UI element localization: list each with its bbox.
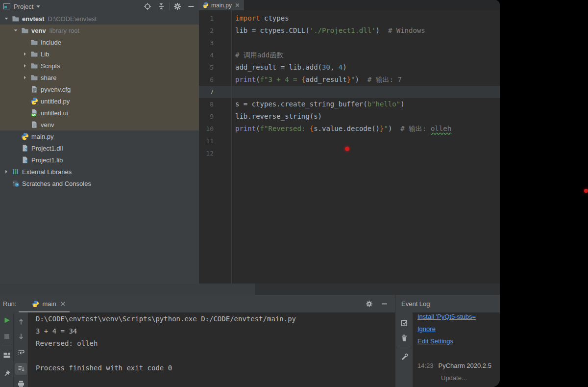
tree-item-suffix: library root: [49, 27, 79, 34]
chevron-right-icon[interactable]: [22, 51, 30, 57]
chevron-down-icon[interactable]: [12, 27, 21, 33]
tree-item-main-py[interactable]: main.py: [0, 130, 199, 142]
tree-item-scripts[interactable]: Scripts: [0, 60, 199, 72]
project-panel: Project envtestD:\CODE\envtestvenvlibrar…: [0, 0, 199, 284]
chevron-down-icon[interactable]: [35, 3, 41, 9]
tree-item-label: pyvenv.cfg: [41, 86, 71, 93]
up-stacktrace-button[interactable]: [17, 318, 25, 326]
scroll-to-end-button[interactable]: [17, 365, 25, 373]
event-log-link-install-pyqt5-stubs[interactable]: Install 'PyQt5-stubs=: [417, 312, 500, 323]
run-tab-label: main: [42, 300, 56, 308]
tree-item-untitled-ui[interactable]: Qtuntitled.ui: [0, 107, 199, 119]
mark-all-read-button[interactable]: [400, 319, 408, 327]
fold-gutter: [214, 61, 235, 74]
tree-item-external-libraries[interactable]: External Libraries: [0, 166, 199, 178]
event-log-link-edit-settings[interactable]: Edit Settings: [417, 335, 500, 347]
code-line-10[interactable]: 10print(f"Reversed: {s.value.decode()}")…: [199, 123, 500, 135]
event-log-entry: 14:23PyCharm 2020.2.5: [417, 360, 500, 372]
unknown-file-icon: ?: [21, 144, 29, 152]
stop-button[interactable]: [3, 333, 11, 340]
rerun-button[interactable]: [3, 316, 11, 324]
tree-item-project1-lib[interactable]: ?Project1.lib: [0, 154, 199, 166]
project-tool-icon: [3, 2, 11, 10]
tree-item-include[interactable]: Include: [0, 36, 199, 48]
code-line-2[interactable]: 2lib = ctypes.CDLL('./Project1.dll') # W…: [199, 25, 500, 37]
fold-gutter: [214, 49, 235, 61]
svg-text:Qt: Qt: [32, 113, 36, 116]
splitter-strip[interactable]: [0, 284, 255, 295]
event-timestamp: 14:23: [417, 362, 434, 369]
down-stacktrace-button[interactable]: [17, 333, 25, 340]
restore-layout-button[interactable]: [3, 351, 11, 359]
unknown-file-icon: ?: [21, 156, 29, 164]
project-panel-title[interactable]: Project: [14, 3, 33, 10]
code-line-12[interactable]: 12: [199, 147, 500, 159]
code-line-4[interactable]: 4# 调用add函数: [199, 49, 500, 61]
tree-item-scratches-and-consoles[interactable]: Scratches and Consoles: [0, 178, 199, 189]
fold-gutter: [214, 147, 235, 159]
code-line-8[interactable]: 8s = ctypes.create_string_buffer(b"hello…: [199, 98, 500, 110]
code-line-3[interactable]: 3: [199, 37, 500, 49]
chevron-right-icon[interactable]: [22, 63, 30, 69]
tree-item-share[interactable]: share: [0, 72, 199, 83]
code-line-5[interactable]: 5add_result = lib.add(30, 4): [199, 61, 500, 74]
folder-icon: [30, 62, 38, 70]
event-status[interactable]: Update...: [417, 372, 500, 384]
clear-log-button[interactable]: [400, 334, 408, 342]
scratch-icon: [12, 180, 20, 187]
tree-item-label: untitled.py: [41, 98, 70, 105]
close-run-tab-icon[interactable]: [59, 300, 67, 308]
folder-icon: [30, 38, 38, 46]
run-settings-gear-icon[interactable]: [366, 300, 373, 308]
splitter-strip[interactable]: [255, 284, 500, 295]
code-line-1[interactable]: 1import ctypes: [199, 12, 500, 25]
run-tab-main[interactable]: main: [29, 300, 69, 308]
gear-icon[interactable]: [173, 2, 181, 10]
print-button[interactable]: [17, 380, 25, 387]
tree-item-label: untitled.ui: [41, 109, 68, 117]
tree-item-venv[interactable]: venv: [0, 119, 199, 130]
run-console-output[interactable]: D:\CODE\envtest\venv\Scripts\python.exe …: [28, 312, 395, 387]
text-file-icon: [30, 121, 38, 129]
event-log-link-ignore[interactable]: Ignore: [417, 323, 500, 335]
code-text: s = ctypes.create_string_buffer(b"hello"…: [235, 98, 405, 110]
editor-tab-main-py[interactable]: main.py: [199, 0, 244, 10]
soft-wrap-button[interactable]: [17, 348, 25, 356]
tree-item-untitled-py[interactable]: untitled.py: [0, 95, 199, 107]
line-number: 7: [202, 86, 214, 98]
close-tab-icon[interactable]: [234, 2, 241, 8]
line-number: 11: [202, 135, 214, 147]
collapse-all-icon[interactable]: [157, 2, 165, 10]
pycharm-window: Project envtestD:\CODE\envtestvenvlibrar…: [0, 0, 500, 387]
hide-panel-icon[interactable]: [187, 2, 195, 10]
code-line-6[interactable]: 6print(f"3 + 4 = {add_result}") # 输出: 7: [199, 74, 500, 86]
tree-item-venv[interactable]: venvlibrary root: [0, 25, 199, 36]
fold-gutter: [214, 86, 235, 98]
run-panel: Run: main: [0, 295, 395, 387]
chevron-right-icon[interactable]: [3, 169, 12, 175]
hide-run-panel-icon[interactable]: [381, 300, 388, 308]
tree-item-envtest[interactable]: envtestD:\CODE\envtest: [0, 13, 199, 25]
tree-item-project1-dll[interactable]: ?Project1.dll: [0, 142, 199, 154]
chevron-down-icon[interactable]: [3, 16, 12, 22]
line-number: 9: [202, 110, 214, 123]
python-file-icon: [21, 132, 29, 140]
editor-pane: main.py 1import ctypes2lib = ctypes.CDLL…: [199, 0, 500, 284]
fold-gutter: [214, 98, 235, 110]
log-settings-wrench-icon[interactable]: [400, 353, 408, 361]
code-line-9[interactable]: 9lib.reverse_string(s): [199, 110, 500, 123]
tree-item-label: venv: [41, 121, 54, 129]
locate-file-icon[interactable]: [144, 2, 151, 10]
fold-gutter: [214, 12, 235, 25]
code-area[interactable]: 1import ctypes2lib = ctypes.CDLL('./Proj…: [199, 10, 500, 159]
code-line-7[interactable]: 7: [199, 86, 500, 98]
code-text: import ctypes: [235, 12, 289, 25]
tree-item-lib[interactable]: Lib: [0, 48, 199, 60]
code-line-11[interactable]: 11: [199, 135, 500, 147]
code-text: lib.reverse_string(s): [235, 110, 322, 123]
tree-item-pyvenv-cfg[interactable]: pyvenv.cfg: [0, 83, 199, 95]
line-number: 12: [202, 147, 214, 159]
pin-tab-button[interactable]: [3, 369, 11, 377]
chevron-right-icon[interactable]: [22, 75, 30, 80]
line-number: 10: [202, 123, 214, 135]
